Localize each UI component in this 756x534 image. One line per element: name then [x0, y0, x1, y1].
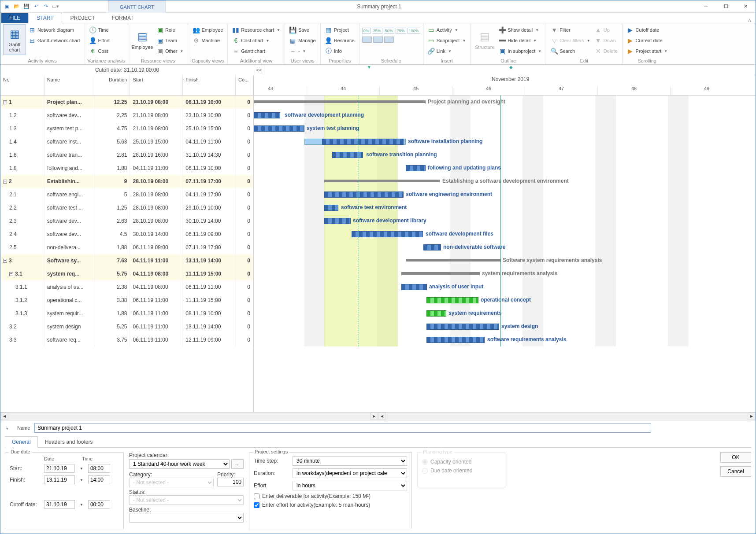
project-prop-button[interactable]: ▦Project: [323, 25, 356, 35]
schedule-mode-2[interactable]: [373, 37, 383, 43]
pct-50[interactable]: 50%: [384, 28, 394, 34]
chart-row[interactable]: software installation planning: [254, 135, 756, 148]
gantt-bar[interactable]: [352, 231, 423, 237]
role-button[interactable]: ▣Role: [155, 25, 185, 35]
gantt-network-button[interactable]: ⊟Gantt-network chart: [27, 36, 82, 45]
col-nr[interactable]: Nr.: [0, 75, 44, 95]
scroll-right-button[interactable]: ▶: [370, 412, 378, 420]
chart-row[interactable]: Software system requirements analysis: [254, 254, 756, 267]
gantt-bar[interactable]: [322, 139, 404, 145]
chart-row[interactable]: software development files: [254, 228, 756, 241]
structure-button[interactable]: ▤ Structure: [473, 24, 496, 55]
time-button[interactable]: 🕒Time: [88, 25, 111, 35]
cost-button[interactable]: €Cost: [88, 46, 111, 56]
save-icon[interactable]: 💾: [22, 3, 30, 11]
deliverable-checkbox[interactable]: [254, 493, 259, 499]
cancel-button[interactable]: Cancel: [720, 466, 751, 477]
team-button[interactable]: ▣Team: [155, 36, 185, 45]
table-row[interactable]: 2.2software test ...1.2528.10.19 08:0029…: [0, 201, 253, 214]
context-tab-gantt[interactable]: GANTT CHART: [108, 0, 166, 13]
schedule-mode-1[interactable]: [362, 37, 372, 43]
gantt-bar[interactable]: [426, 337, 485, 343]
chart-row[interactable]: operational concept: [254, 294, 756, 307]
cutoff-date-input[interactable]: [44, 500, 75, 509]
baseline-select[interactable]: [129, 513, 244, 523]
collapse-toggle[interactable]: −: [3, 100, 7, 104]
no-view-button[interactable]: –-▼: [288, 46, 318, 56]
collapse-toggle[interactable]: −: [3, 259, 7, 263]
other-button[interactable]: ▣Other▼: [155, 46, 185, 56]
effort-button[interactable]: 👤Effort: [88, 36, 111, 45]
col-name[interactable]: Name: [44, 75, 95, 95]
gantt-bar[interactable]: [401, 284, 427, 290]
dropdown-icon[interactable]: ▼: [78, 478, 85, 482]
table-row[interactable]: 1.3system test p...4.7521.10.19 08:0025.…: [0, 122, 253, 135]
gantt-bar[interactable]: [324, 218, 351, 224]
scroll-left2-button[interactable]: ◀: [378, 412, 386, 420]
chart-row[interactable]: system requirements: [254, 307, 756, 320]
gantt-bar[interactable]: [324, 192, 404, 198]
search-button[interactable]: 🔍Search: [549, 46, 592, 56]
gantt-bar[interactable]: [401, 272, 480, 275]
table-row[interactable]: 1.4software inst...5.6325.10.19 15:0004.…: [0, 135, 253, 148]
cutoff-date-button[interactable]: ▶Cutoff date: [625, 25, 670, 35]
employee-big-button[interactable]: ▤ Employee: [131, 24, 154, 55]
tab-format[interactable]: FORMAT: [104, 13, 142, 23]
gantt-bar[interactable]: [423, 244, 441, 250]
project-calendar-select[interactable]: 1 Standard 40-hour work week: [129, 459, 230, 469]
table-row[interactable]: 2.3software dev...2.6328.10.19 08:0030.1…: [0, 214, 253, 228]
undo-icon[interactable]: ↶: [32, 3, 40, 11]
col-duration[interactable]: Duration: [95, 75, 130, 95]
tab-headers-footers[interactable]: Headers and footers: [38, 436, 100, 447]
chart-row[interactable]: software transition planning: [254, 148, 756, 162]
in-subproject-button[interactable]: ▣In subproject▼: [497, 46, 543, 56]
table-row[interactable]: 1.6software tran...2.8128.10.19 16:0031.…: [0, 148, 253, 162]
table-row[interactable]: 3.1.1analysis of us...2.3804.11.19 08:00…: [0, 280, 253, 294]
gantt-bar[interactable]: [426, 324, 499, 330]
chart-row[interactable]: Project planning and oversight: [254, 96, 756, 109]
panel-menu-icon[interactable]: ↳: [5, 425, 13, 431]
scroll-track-left[interactable]: [8, 412, 370, 420]
tab-start[interactable]: START: [28, 13, 62, 23]
gantt-bar[interactable]: [426, 297, 478, 303]
cost-chart-button[interactable]: €Cost chart▼: [230, 36, 282, 45]
close-button[interactable]: ✕: [736, 0, 756, 13]
table-row[interactable]: 2.5non-delivera...1.8806.11.19 09:0007.1…: [0, 241, 253, 254]
chart-row[interactable]: following and updating plans: [254, 162, 756, 175]
table-row[interactable]: −2Establishin...928.10.19 08:0007.11.19 …: [0, 175, 253, 188]
effort-checkbox[interactable]: [254, 502, 259, 508]
dropdown-icon[interactable]: ▼: [78, 503, 85, 507]
finish-date-input[interactable]: [44, 475, 75, 484]
filter-button[interactable]: ▼Filter: [549, 25, 592, 35]
calendar-more-button[interactable]: ...: [231, 459, 244, 469]
file-tab[interactable]: FILE: [1, 13, 28, 23]
resource-chart-button[interactable]: ▮▮Resource chart▼: [230, 25, 282, 35]
network-diagram-button[interactable]: ⊞Network diagram: [27, 25, 82, 35]
hscrollbar[interactable]: ◀ ▶ ◀ ▶: [0, 412, 756, 420]
gantt-bar[interactable]: [324, 205, 338, 211]
hide-detail-button[interactable]: ➖Hide detail▼: [497, 36, 543, 45]
chart-pane[interactable]: November 2019 43444546474849 Project pl: [254, 75, 756, 412]
activity-button[interactable]: ▭Activity▼: [426, 25, 468, 35]
scroll-right2-button[interactable]: ▶: [748, 412, 756, 420]
chart-body[interactable]: Project planning and oversightsoftware d…: [254, 96, 756, 346]
open-icon[interactable]: 📂: [13, 3, 21, 11]
customize-icon[interactable]: ▭▾: [52, 3, 59, 11]
pct-0[interactable]: 0%: [362, 28, 371, 34]
col-co[interactable]: Co...: [236, 75, 253, 95]
chart-row[interactable]: system design: [254, 320, 756, 333]
name-input[interactable]: [34, 423, 651, 433]
minimize-button[interactable]: ─: [696, 0, 716, 13]
table-row[interactable]: −3Software sy...7.6304.11.19 11:0013.11.…: [0, 254, 253, 267]
table-row[interactable]: 3.1.3system requir...1.8806.11.19 11:000…: [0, 307, 253, 320]
gantt-bar[interactable]: [254, 125, 304, 132]
chart-row[interactable]: software requirements analysis: [254, 333, 756, 346]
pct-25[interactable]: 25%: [372, 28, 382, 34]
subproject-button[interactable]: ▭Subproject▼: [426, 36, 468, 45]
maximize-button[interactable]: ☐: [716, 0, 736, 13]
table-row[interactable]: −1Project plan...12.2521.10.19 08:0006.1…: [0, 96, 253, 109]
schedule-mode-3[interactable]: [384, 37, 394, 43]
tab-general[interactable]: General: [5, 436, 38, 448]
timestep-select[interactable]: 30 minute: [293, 456, 407, 466]
scroll-left-button[interactable]: ◀: [0, 412, 8, 420]
